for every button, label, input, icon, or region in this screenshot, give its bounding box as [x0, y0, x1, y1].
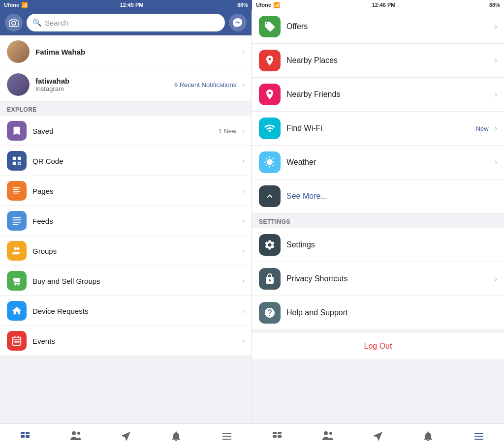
svg-rect-20	[21, 432, 25, 434]
weather-label: Weather	[286, 158, 489, 167]
settings-icon	[259, 234, 281, 256]
svg-point-25	[77, 432, 80, 435]
battery-left: 88%	[237, 2, 248, 8]
saved-chevron: ›	[242, 127, 245, 135]
user-item-fatiwahab[interactable]: fatiwahab Instagram 6 Recent Notificatio…	[0, 68, 252, 101]
nearby-friends-label: Nearby Friends	[286, 90, 489, 99]
time-left: 12:45 PM	[120, 2, 144, 8]
wifi-chevron: ›	[495, 124, 497, 133]
tab-home-left[interactable]	[0, 424, 50, 448]
carrier-right: Ufone	[256, 2, 271, 8]
bottom-tab-bar-left	[0, 424, 252, 448]
settings-label: Settings	[286, 240, 497, 249]
menu-item-qrcode[interactable]: QR Code ›	[0, 146, 252, 176]
avatar-fatiwahab	[7, 73, 30, 96]
menu-item-wifi[interactable]: Find Wi-Fi New ›	[252, 112, 504, 146]
saved-label: Saved	[32, 127, 212, 135]
user-sub-fatiwahab: Instagram	[35, 85, 168, 92]
user-info-fatima: Fatima Wahab	[35, 48, 236, 56]
svg-rect-31	[273, 435, 277, 438]
buy-sell-icon	[7, 271, 27, 291]
menu-item-pages[interactable]: Pages ›	[0, 176, 252, 206]
search-bar[interactable]: 🔍 Search	[27, 14, 225, 31]
search-placeholder: Search	[45, 19, 68, 27]
search-icon: 🔍	[32, 18, 42, 27]
svg-point-12	[14, 247, 17, 250]
user-item-fatima[interactable]: Fatima Wahab ›	[0, 35, 252, 68]
wifi-new-badge: New	[476, 125, 489, 132]
tab-notifications-left[interactable]	[151, 424, 201, 448]
tab-menu-right[interactable]	[454, 424, 504, 448]
svg-rect-9	[13, 219, 21, 220]
menu-item-nearby-friends[interactable]: Nearby Friends ›	[252, 78, 504, 112]
svg-rect-11	[13, 224, 18, 225]
tab-menu-left[interactable]	[202, 424, 252, 448]
privacy-icon	[259, 268, 281, 290]
menu-item-weather[interactable]: Weather ›	[252, 146, 504, 179]
nearby-friends-icon	[259, 84, 281, 105]
svg-rect-10	[13, 222, 21, 223]
menu-item-privacy[interactable]: Privacy Shortcuts ›	[252, 262, 504, 296]
menu-item-settings[interactable]: Settings	[252, 228, 504, 262]
svg-rect-30	[278, 432, 282, 434]
help-label: Help and Support	[286, 308, 497, 317]
svg-rect-17	[14, 341, 16, 343]
log-out-section: Log Out	[252, 333, 504, 359]
menu-item-groups[interactable]: Groups ›	[0, 236, 252, 266]
tab-notifications-right[interactable]	[403, 424, 453, 448]
svg-rect-28	[222, 439, 231, 440]
saved-badge: 1 New	[218, 127, 236, 135]
battery-right: 88%	[489, 2, 500, 8]
svg-point-34	[329, 432, 332, 435]
svg-point-13	[17, 247, 20, 250]
feeds-icon	[7, 211, 27, 231]
bottom-tab-bar-right	[252, 424, 504, 448]
pages-chevron: ›	[242, 187, 245, 195]
weather-icon	[259, 151, 281, 173]
nearby-places-icon	[259, 50, 281, 71]
menu-item-help[interactable]: Help and Support	[252, 296, 504, 330]
svg-rect-18	[16, 341, 18, 343]
qrcode-chevron: ›	[242, 157, 245, 165]
see-more-icon	[259, 185, 281, 207]
menu-item-device-requests[interactable]: Device Requests ›	[0, 296, 252, 326]
device-requests-label: Device Requests	[32, 307, 236, 315]
tab-friends-right[interactable]	[302, 424, 352, 448]
events-label: Events	[32, 337, 236, 345]
svg-point-33	[324, 431, 328, 435]
notification-badge: 6 Recent Notifications	[174, 81, 236, 89]
weather-chevron: ›	[495, 158, 497, 167]
tab-explore-right[interactable]	[353, 424, 403, 448]
time-right: 12:46 PM	[372, 2, 396, 8]
svg-rect-26	[222, 433, 231, 434]
svg-rect-36	[474, 436, 483, 437]
messenger-button[interactable]	[229, 14, 247, 31]
groups-chevron: ›	[242, 247, 245, 255]
saved-icon	[7, 121, 27, 141]
see-more-item[interactable]: See More...	[252, 179, 504, 213]
menu-item-events[interactable]: Events ›	[0, 326, 252, 356]
header-left: 🔍 Search	[0, 10, 252, 35]
menu-item-nearby-places[interactable]: Nearby Places ›	[252, 44, 504, 78]
tab-home-right[interactable]	[252, 424, 302, 448]
svg-rect-23	[26, 435, 30, 438]
menu-item-buy-sell[interactable]: Buy and Sell Groups ›	[0, 266, 252, 296]
menu-item-saved[interactable]: Saved 1 New ›	[0, 116, 252, 146]
menu-item-offers[interactable]: Offers ›	[252, 10, 504, 44]
feeds-chevron: ›	[242, 217, 245, 225]
svg-point-15	[17, 284, 19, 286]
svg-point-14	[15, 284, 16, 286]
groups-label: Groups	[32, 247, 236, 255]
device-requests-icon	[7, 301, 27, 321]
privacy-chevron: ›	[495, 274, 497, 283]
tab-friends-left[interactable]	[50, 424, 100, 448]
camera-button[interactable]	[5, 14, 23, 31]
user-info-fatiwahab: fatiwahab Instagram	[35, 77, 168, 92]
status-bar-left: Ufone 📶 12:45 PM 88%	[0, 0, 252, 10]
user-name-fatiwahab: fatiwahab	[35, 77, 168, 85]
tab-explore-left[interactable]	[101, 424, 151, 448]
settings-section-header: SETTINGS	[252, 213, 504, 228]
svg-rect-7	[20, 164, 21, 165]
log-out-button[interactable]: Log Out	[364, 342, 392, 351]
menu-item-feeds[interactable]: Feeds ›	[0, 206, 252, 236]
